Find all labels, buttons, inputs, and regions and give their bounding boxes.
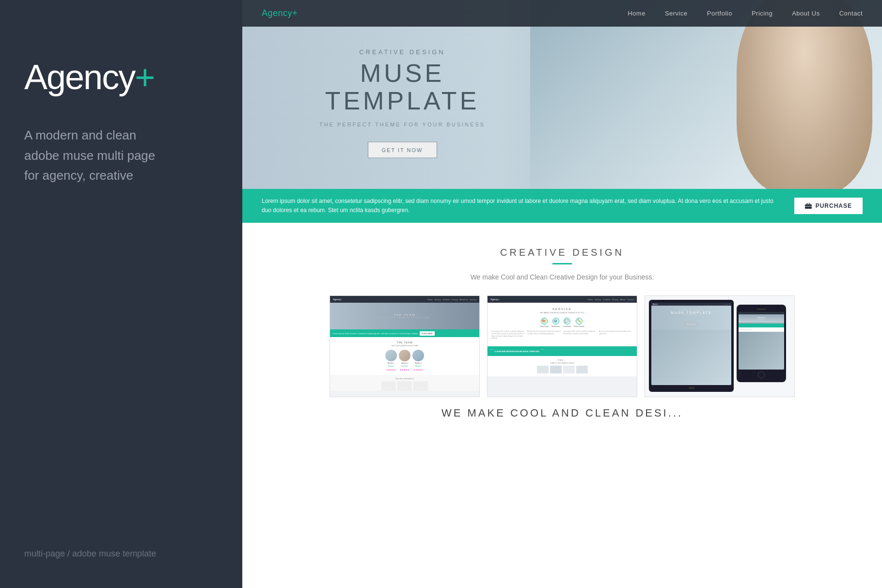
- teal-banner-text: Lorem ipsum dolor sit amet, consetetur s…: [262, 197, 794, 215]
- tablet-device: Agency+ Hm Sv Pf CREATIVE DESIGN MU: [649, 300, 734, 392]
- screenshot-service: Agency+ Home Service Portfolio Pricing A…: [487, 295, 637, 397]
- left-footer: multi-page / adobe muse template: [24, 549, 156, 559]
- right-panel: Agency+ Home Service Portfolio Pricing A…: [242, 0, 882, 588]
- hero-tagline: THE PERFECT THEME FOR YOUR BUSINESS: [281, 122, 523, 127]
- get-it-now-button[interactable]: GET IT NOW: [368, 142, 437, 158]
- hero-subtitle: CREATIVE DESIGN: [281, 48, 523, 56]
- hero-bg-person: [530, 0, 882, 189]
- hero-nav-links: Home Service Portfolio Pricing About Us …: [628, 10, 863, 17]
- nav-service[interactable]: Service: [665, 10, 688, 17]
- section-divider: [552, 263, 572, 264]
- logo-plus: +: [135, 58, 154, 96]
- hero-nav-logo: Agency+: [262, 8, 298, 18]
- nav-portfolio[interactable]: Portfolio: [707, 10, 732, 17]
- hero-section: Agency+ Home Service Portfolio Pricing A…: [242, 0, 882, 189]
- svg-rect-0: [805, 204, 812, 209]
- left-logo: Agency+: [24, 58, 218, 96]
- screenshot-mobile: Agency+ Hm Sv Pf CREATIVE DESIGN MU: [645, 295, 795, 397]
- bottom-section-label: WE MAKE COOL AND CLEAN DESI...: [262, 407, 863, 419]
- phone-device: A+ Welcome Agency+ Lorem ipsum dolor sit…: [737, 305, 786, 382]
- nav-about-us[interactable]: About Us: [792, 10, 819, 17]
- teal-banner: Lorem ipsum dolor sit amet, consetetur s…: [242, 189, 882, 223]
- screenshots-row: Agency+ Home Service Portfolio Pricing A…: [262, 295, 863, 397]
- nav-contact[interactable]: Contact: [839, 10, 863, 17]
- description-line3: for agency, creative: [24, 166, 218, 186]
- content-section: CREATIVE DESIGN We make Cool and Clean C…: [242, 223, 882, 588]
- section-desc: We make Cool and Clean Creative Design f…: [471, 273, 654, 281]
- screenshot-team: Agency+ Home Service Portfolio Pricing A…: [330, 295, 480, 397]
- description-line1: A modern and clean: [24, 125, 218, 146]
- nav-pricing[interactable]: Pricing: [752, 10, 772, 17]
- hero-content: CREATIVE DESIGN MUSE TEMPLATE THE PERFEC…: [281, 48, 523, 158]
- person-image: [530, 0, 882, 189]
- description-line2: adobe muse multi page: [24, 146, 218, 166]
- hero-title: MUSE TEMPLATE: [281, 60, 523, 115]
- svg-rect-1: [807, 203, 810, 204]
- nav-home[interactable]: Home: [628, 10, 646, 17]
- left-panel: Agency+ A modern and clean adobe muse mu…: [0, 0, 242, 588]
- left-description: A modern and clean adobe muse multi page…: [24, 125, 218, 186]
- purchase-button[interactable]: PURCHASE: [794, 198, 863, 214]
- briefcase-icon: [805, 203, 812, 209]
- section-title: CREATIVE DESIGN: [500, 247, 624, 258]
- logo-text: Agency: [24, 58, 135, 96]
- hero-nav: Agency+ Home Service Portfolio Pricing A…: [242, 0, 882, 27]
